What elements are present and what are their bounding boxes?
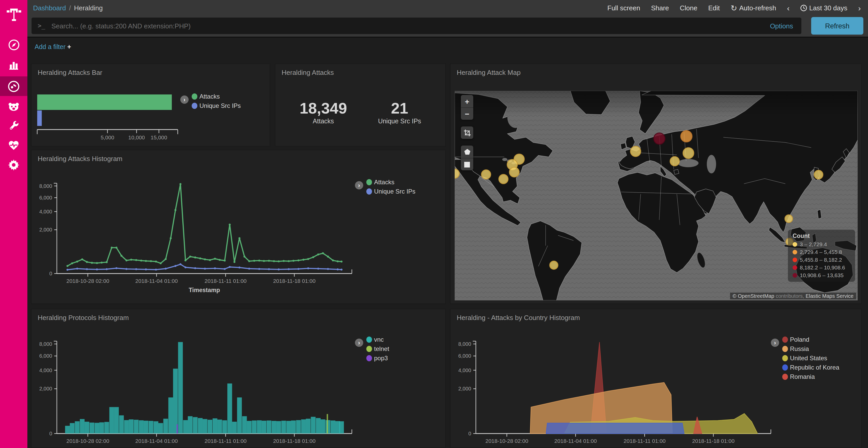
legend-label: vnc [374,336,383,343]
elastic-maps-link[interactable]: Elastic Maps Service [805,293,854,299]
legend-item[interactable]: Attacks [192,93,241,100]
world-map[interactable]: + − Count [455,91,858,300]
sidebar-item-devtools[interactable] [0,118,27,134]
legend-item[interactable]: Poland [782,336,839,343]
legend-item[interactable]: Attacks [366,179,415,186]
legend-color-dot [782,337,788,343]
svg-text:2,000: 2,000 [458,386,471,391]
query-options-link[interactable]: Options [770,22,793,30]
breadcrumb-dashboard-link[interactable]: Dashboard [33,4,66,12]
filter-bar: Add a filter + [27,43,71,54]
breadcrumb-current: Heralding [74,4,102,12]
map-zoom-in-button[interactable]: + [461,95,473,107]
legend-item[interactable]: vnc [366,336,389,343]
map-draw-polygon-button[interactable] [461,145,473,158]
svg-text:6,000: 6,000 [39,353,52,359]
sidebar-item-management[interactable] [0,157,27,172]
legend-label: telnet [374,345,389,352]
legend-item[interactable]: Republic of Korea [782,364,839,371]
legend-color-dot [366,346,372,352]
full-screen-button[interactable]: Full screen [607,4,640,12]
legend-item[interactable]: Russia [782,345,839,352]
legend-expand-icon[interactable]: › [771,339,779,347]
sidebar [0,0,27,448]
refresh-button[interactable]: Refresh [811,17,863,35]
legend-item[interactable]: United States [782,354,839,362]
panel-country-histogram: Heralding - Attacks by Country Histogram… [450,309,862,448]
map-legend-item: 3 – 2,729.4 [793,241,850,247]
metric-value: 18,349 [300,100,347,116]
sidebar-item-dashboard[interactable] [0,76,27,96]
plus-icon: + [67,43,71,50]
map-legend-label: 8,182.2 – 10,908.6 [800,264,845,271]
map-legend-dot [793,257,797,262]
sidebar-item-monitoring[interactable] [0,137,27,153]
svg-text:4,000: 4,000 [458,368,471,373]
time-range-picker[interactable]: Last 30 days [801,4,847,12]
gear-icon [7,158,20,171]
edit-button[interactable]: Edit [708,4,720,12]
sidebar-item-visualize[interactable] [0,58,27,73]
legend-label: Unique Src IPs [374,188,415,195]
map-zoom-out-button[interactable]: − [461,107,473,120]
svg-text:Timestamp: Timestamp [608,447,639,448]
metric: 18,349 Attacks [300,100,347,125]
panel-attacks-histogram: Heralding Attacks Histogram 02,0004,0006… [31,150,446,304]
svg-text:8,000: 8,000 [39,341,52,347]
legend-label: Attacks [374,179,395,186]
legend-color-dot [366,188,372,195]
map-fit-bounds-button[interactable] [461,127,473,139]
search-input[interactable] [51,22,770,30]
legend-item[interactable]: telnet [366,345,389,352]
svg-text:8,000: 8,000 [458,341,471,347]
map-legend-label: 10,908.6 – 13,635 [800,272,843,278]
legend-expand-icon[interactable]: › [180,96,189,104]
query-bar: >_ Options Refresh [27,16,868,37]
sidebar-item-bear[interactable] [0,99,27,114]
svg-text:Timestamp: Timestamp [189,447,220,448]
divider [27,37,868,38]
map-legend-item: 5,455.8 – 8,182.2 [793,256,850,263]
metric-label: Attacks [300,117,347,125]
clone-button[interactable]: Clone [680,4,698,12]
legend-color-dot [192,94,197,100]
map-legend-label: 2,729.4 – 5,455.8 [800,249,842,255]
panel-attacks-bar: Heralding Attacks Bar 5,00010,00015,000 … [31,64,270,146]
legend-item[interactable]: pop3 [366,354,389,362]
panel-protocols-histogram: Heralding Protocols Histogram 02,0004,00… [31,309,446,448]
panel-attack-map: Heralding Attack Map + − [450,64,862,304]
add-filter-link[interactable]: Add a filter + [35,43,71,50]
wrench-icon [7,120,20,132]
attribution-text: contributors, [774,293,805,299]
legend-item[interactable]: Unique Src IPs [192,102,241,109]
legend-label: Unique Src IPs [199,102,241,109]
metric: 21 Unique Src IPs [378,100,421,125]
map-legend-title: Count [793,233,850,239]
share-button[interactable]: Share [651,4,669,12]
legend-item[interactable]: Romania [782,373,839,380]
legend-label: Romania [790,373,815,380]
sidebar-item-discover[interactable] [0,37,27,53]
map-legend-dot [793,249,797,254]
svg-text:2018-11-18 01:00: 2018-11-18 01:00 [692,438,735,444]
protocols-histogram-chart: 02,0004,0006,0008,0002018-10-28 02:00201… [32,309,446,448]
osm-link[interactable]: © OpenStreetMap [733,293,774,299]
svg-text:2,000: 2,000 [39,227,52,233]
time-forward-button[interactable]: › [858,4,861,12]
svg-text:2,000: 2,000 [39,386,52,391]
legend-item[interactable]: Unique Src IPs [366,188,415,195]
metric-label: Unique Src IPs [378,117,421,125]
svg-text:4,000: 4,000 [39,368,52,373]
svg-text:0: 0 [468,431,471,436]
tmobile-logo[interactable] [0,4,27,25]
svg-text:4,000: 4,000 [39,209,52,214]
auto-refresh-button[interactable]: ↻Auto-refresh [731,3,776,13]
legend-expand-icon[interactable]: › [355,339,363,347]
svg-text:2018-11-11 01:00: 2018-11-11 01:00 [205,438,247,444]
top-navbar: Dashboard/Heralding Full screen Share Cl… [27,0,868,16]
map-draw-rectangle-button[interactable] [461,158,473,170]
tmobile-t-icon [5,6,22,23]
legend-expand-icon[interactable]: › [355,181,363,189]
time-back-button[interactable]: ‹ [787,4,790,12]
rectangle-icon [464,161,470,168]
